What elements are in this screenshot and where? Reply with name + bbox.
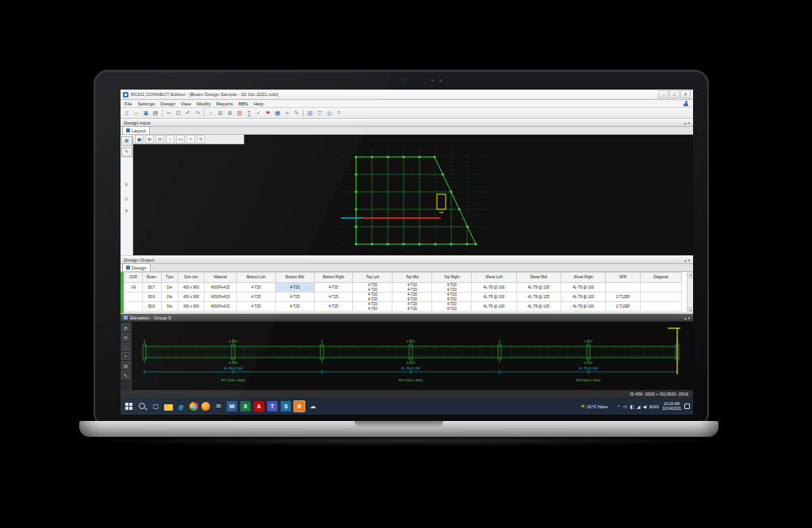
filter-icon[interactable]: ▽ <box>316 109 324 117</box>
collapse-up-icon[interactable]: ▴ <box>684 121 687 125</box>
table-cell[interactable]: 4L-T8 @ 100 <box>472 283 516 293</box>
zoom-icon[interactable]: ○ <box>207 109 215 117</box>
collapse-up-icon[interactable]: ▴ <box>684 316 687 320</box>
column-header[interactable]: Bottom Right <box>314 273 353 283</box>
table-cell[interactable]: 4L-T8 @ 100 <box>472 293 516 302</box>
staad-icon[interactable]: S <box>281 401 291 411</box>
weather-widget[interactable]: ☀ 31°C Haze <box>580 404 608 410</box>
table-cell[interactable]: 4L-T8 @ 100 <box>561 293 605 302</box>
copy-icon[interactable]: ⊡ <box>174 109 182 117</box>
table-cell[interactable]: 4L-T8 @ 100 <box>561 302 605 312</box>
table-cell[interactable]: 4-T20 4-T20 <box>432 283 472 293</box>
table-cell[interactable]: 4-T25 <box>314 283 353 293</box>
open-icon[interactable]: ▱ <box>132 109 140 117</box>
zoom-extents-icon[interactable]: ○ <box>166 135 174 143</box>
table-cell[interactable]: 400 x 800 <box>178 293 205 302</box>
table-cell[interactable]: Dst <box>161 302 178 312</box>
grid-icon[interactable]: ⊞ <box>121 362 130 369</box>
table-scrollbar[interactable]: ▲ ▼ <box>687 272 693 313</box>
save-icon[interactable]: ▣ <box>142 109 150 117</box>
menu-reports[interactable]: Reports <box>216 101 233 106</box>
language-indicator[interactable]: ENG <box>649 404 659 409</box>
print-icon[interactable]: ▤ <box>151 109 159 117</box>
edge-icon[interactable]: e <box>176 401 186 411</box>
zoom-out-icon[interactable]: ⊖ <box>155 135 164 143</box>
menu-file[interactable]: File <box>124 101 132 106</box>
menu-modify[interactable]: Modify <box>197 101 211 106</box>
start-button[interactable] <box>124 401 134 411</box>
table-row[interactable]: B18Dst400 x 800M30/Fe4154-T254-T254-T254… <box>125 302 682 312</box>
check-icon[interactable]: ✓ <box>255 109 262 117</box>
network-icon[interactable]: ◢ <box>637 404 641 409</box>
table-cell[interactable]: M30/Fe415 <box>204 302 236 312</box>
layers-icon[interactable]: ▧ <box>306 109 314 117</box>
flag-icon[interactable]: ⚑ <box>264 109 272 117</box>
zoom-window-icon[interactable]: ▭ <box>176 135 185 143</box>
search-button[interactable] <box>137 401 147 411</box>
table-cell[interactable]: 4L-T8 @ 100 <box>561 283 605 293</box>
column-header[interactable]: Shear Right <box>561 273 605 283</box>
find-icon[interactable]: ◎ <box>325 109 333 117</box>
pointer-button[interactable]: ✎ <box>121 147 132 157</box>
column-header[interactable]: GOF <box>125 273 143 283</box>
collapse-up-icon[interactable]: ▴ <box>684 258 687 262</box>
new-icon[interactable]: ▯ <box>123 109 131 117</box>
pan-icon[interactable]: + <box>121 352 130 360</box>
table-cell[interactable] <box>640 283 681 293</box>
touch-keyboard-icon[interactable]: ▭ <box>622 404 627 409</box>
table-cell[interactable]: 400 x 800 <box>178 302 205 312</box>
column-header[interactable]: Bottom Left <box>237 273 276 283</box>
table-cell[interactable]: B17 <box>142 283 161 293</box>
clock[interactable]: 10:16 AM 10/14/2021 <box>662 402 681 411</box>
undo-icon[interactable]: ↶ <box>184 109 192 117</box>
teams-icon[interactable]: T <box>267 401 278 411</box>
save-view-icon[interactable]: ▣ <box>135 135 144 143</box>
layout-canvas[interactable]: ▣⊕⊖○▭+✎ <box>133 135 693 255</box>
hidden-icons-chevron[interactable]: ^ <box>618 404 620 409</box>
table-cell[interactable]: 4-T20 4-T20 <box>353 302 393 312</box>
zoom-in-icon[interactable]: ⊕ <box>121 323 130 331</box>
annotate-icon[interactable]: ✎ <box>197 135 205 143</box>
table-cell[interactable]: 4-T20 4-T20 <box>432 293 472 302</box>
collapse-down-icon[interactable]: ▾ <box>688 121 690 125</box>
chrome-icon[interactable] <box>190 402 198 411</box>
cut-icon[interactable]: ✂ <box>165 109 173 117</box>
menu-design[interactable]: Design <box>160 101 175 106</box>
word-icon[interactable]: W <box>227 401 237 411</box>
menu-settings[interactable]: Settings <box>138 101 155 106</box>
table-cell[interactable]: 4-T25 <box>237 302 276 312</box>
table-cell[interactable] <box>125 293 143 302</box>
table-cell[interactable]: 4L-T8 @ 135 <box>516 302 561 312</box>
zoom-in-icon[interactable]: ⊕ <box>145 135 154 143</box>
mail-icon[interactable]: ✉ <box>213 401 224 411</box>
table-cell[interactable]: Dst <box>161 293 178 302</box>
excel-icon[interactable]: X <box>240 401 251 411</box>
table-icon[interactable]: ▦ <box>274 109 282 117</box>
tab-design[interactable]: Design <box>122 263 151 271</box>
menu-view[interactable]: View <box>181 101 191 106</box>
table-cell[interactable]: 4-T20 4-T20 <box>353 293 393 302</box>
firefox-icon[interactable] <box>201 402 210 411</box>
column-header[interactable]: Top Mid <box>393 273 432 283</box>
table-cell[interactable]: M30/Fe415 <box>204 293 236 302</box>
column-header[interactable]: SFR <box>606 273 640 283</box>
help-icon[interactable]: ? <box>335 109 343 117</box>
table-cell[interactable]: 4-T20 4-T20 <box>393 283 432 293</box>
table-cell[interactable]: Dst <box>161 283 178 293</box>
table-cell[interactable]: 4-T20 4-T20 <box>393 293 432 302</box>
table-cell[interactable]: 4-T25 <box>237 283 276 293</box>
table-cell[interactable]: 4L-T8 @ 135 <box>516 293 561 302</box>
onedrive-icon[interactable]: ☁ <box>308 401 318 411</box>
elevation-drawing[interactable]: 4-T20 4-T20 4-T20 4-T25 4-T25 4-T25 4L-T… <box>132 322 693 390</box>
column-header[interactable]: Shear Left <box>472 273 516 283</box>
table-cell[interactable]: B16 <box>142 293 161 302</box>
column-header[interactable]: Bottom Mid <box>275 273 314 283</box>
edit-icon[interactable]: ✎ <box>293 109 301 117</box>
grid-icon[interactable]: ⊞ <box>216 109 224 117</box>
battery-icon[interactable]: ◧ <box>630 404 634 409</box>
table-cell[interactable]: 4-T20 4-T20 <box>432 302 472 312</box>
sum-icon[interactable]: ∑ <box>245 109 253 117</box>
table-cell[interactable]: 2-T12EF <box>606 293 640 302</box>
rcdc-app-icon[interactable]: R <box>294 401 304 411</box>
acrobat-icon[interactable]: A <box>254 401 264 411</box>
